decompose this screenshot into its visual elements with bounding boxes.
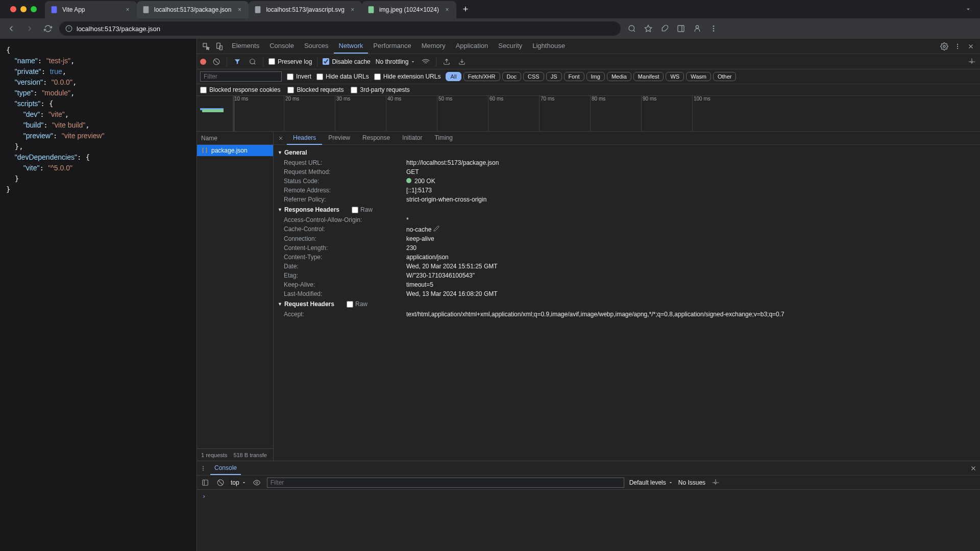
preserve-log-checkbox[interactable]: Preserve log — [268, 58, 312, 65]
devtools-settings-icon[interactable] — [938, 40, 950, 53]
filter-type-doc[interactable]: Doc — [502, 72, 522, 81]
tab-close-icon[interactable]: × — [235, 6, 243, 14]
detail-tab-preview[interactable]: Preview — [322, 132, 356, 145]
invert-checkbox[interactable]: Invert — [287, 73, 311, 80]
devtools-tab-network[interactable]: Network — [334, 39, 369, 54]
devtools-tab-lighthouse[interactable]: Lighthouse — [527, 39, 570, 54]
inspect-element-icon[interactable] — [200, 40, 212, 53]
network-settings-icon[interactable] — [967, 57, 977, 67]
profile-icon[interactable] — [690, 21, 704, 36]
filter-type-js[interactable]: JS — [546, 72, 562, 81]
disable-cache-checkbox[interactable]: Disable cache — [323, 58, 370, 65]
devtools-tab-performance[interactable]: Performance — [368, 39, 416, 54]
tab-close-icon[interactable]: × — [349, 6, 357, 14]
request-row[interactable]: package.json — [197, 145, 273, 156]
search-icon[interactable] — [248, 57, 258, 67]
network-timeline[interactable]: 10 ms20 ms30 ms40 ms50 ms60 ms70 ms80 ms… — [197, 96, 980, 132]
raw-checkbox[interactable]: Raw — [347, 300, 368, 308]
filter-type-img[interactable]: Img — [586, 72, 605, 81]
import-har-icon[interactable] — [442, 57, 452, 67]
filter-type-all[interactable]: All — [446, 72, 461, 81]
console-body[interactable]: › — [197, 490, 980, 551]
site-info-icon[interactable] — [65, 25, 72, 32]
devtools-tab-elements[interactable]: Elements — [227, 39, 264, 54]
window-minimize[interactable] — [20, 6, 27, 12]
side-panel-icon[interactable] — [674, 21, 688, 36]
device-toolbar-icon[interactable] — [213, 40, 226, 53]
edit-icon[interactable] — [433, 226, 439, 232]
browser-tab[interactable]: img.jpeg (1024×1024)× — [362, 1, 456, 18]
console-clear-icon[interactable] — [215, 478, 226, 488]
filter-type-fetch-xhr[interactable]: Fetch/XHR — [463, 72, 500, 81]
tab-close-icon[interactable]: × — [124, 6, 132, 14]
filter-type-font[interactable]: Font — [564, 72, 584, 81]
menu-icon[interactable] — [706, 21, 721, 36]
bookmark-icon[interactable] — [641, 21, 655, 36]
tab-close-icon[interactable]: × — [443, 6, 451, 14]
log-levels-select[interactable]: Default levels — [629, 479, 673, 486]
console-sidebar-icon[interactable] — [200, 478, 210, 488]
tab-favicon — [367, 6, 375, 14]
browser-tab[interactable]: localhost:5173/javascript.svg× — [249, 1, 361, 18]
section-header[interactable]: ▼General — [274, 147, 980, 158]
forward-button[interactable] — [22, 21, 37, 36]
raw-checkbox[interactable]: Raw — [352, 206, 373, 213]
header-row: Remote Address:[::1]:5173 — [274, 186, 980, 195]
issues-label[interactable]: No Issues — [678, 479, 705, 486]
filter-type-wasm[interactable]: Wasm — [686, 72, 711, 81]
filter-icon[interactable] — [232, 57, 242, 67]
devtools-close-icon[interactable] — [965, 40, 977, 53]
filter-input[interactable] — [200, 71, 282, 82]
header-key: Content-Length: — [284, 244, 406, 252]
filter-type-css[interactable]: CSS — [523, 72, 544, 81]
devtools-tab-memory[interactable]: Memory — [416, 39, 451, 54]
tabs-dropdown[interactable] — [961, 6, 976, 13]
console-context-select[interactable]: top — [231, 479, 247, 486]
devtools-tab-application[interactable]: Application — [451, 39, 494, 54]
devtools-tab-security[interactable]: Security — [493, 39, 527, 54]
hide-extension-urls-checkbox[interactable]: Hide extension URLs — [374, 73, 441, 80]
clear-button[interactable] — [211, 57, 222, 67]
blocked-requests-checkbox[interactable]: Blocked requests — [287, 86, 344, 93]
filter-type-other[interactable]: Other — [713, 72, 737, 81]
record-button[interactable] — [200, 59, 206, 65]
live-expression-icon[interactable] — [252, 478, 262, 488]
devtools-tab-console[interactable]: Console — [264, 39, 299, 54]
network-conditions-icon[interactable] — [421, 57, 431, 67]
third-party-checkbox[interactable]: 3rd-party requests — [351, 86, 409, 93]
detail-tab-headers[interactable]: Headers — [287, 132, 322, 145]
console-close-icon[interactable] — [970, 465, 977, 472]
blocked-cookies-checkbox[interactable]: Blocked response cookies — [200, 86, 280, 93]
new-tab-button[interactable]: + — [458, 2, 473, 16]
svg-rect-6 — [678, 26, 684, 32]
address-bar[interactable]: localhost:5173/package.json — [59, 21, 621, 36]
console-filter-input[interactable] — [267, 478, 624, 488]
header-value: strict-origin-when-cross-origin — [406, 196, 976, 203]
section-header[interactable]: ▼Response Headers Raw — [274, 204, 980, 215]
detail-tab-response[interactable]: Response — [356, 132, 396, 145]
browser-tab[interactable]: localhost:5173/package.json× — [137, 1, 249, 18]
console-tab[interactable]: Console — [210, 462, 241, 475]
filter-type-manifest[interactable]: Manifest — [633, 72, 664, 81]
header-key: Keep-Alive: — [284, 281, 406, 288]
window-close[interactable] — [10, 6, 16, 12]
filter-type-ws[interactable]: WS — [666, 72, 684, 81]
browser-tab[interactable]: Vite App× — [45, 1, 137, 18]
devtools-more-icon[interactable] — [951, 40, 964, 53]
zoom-icon[interactable] — [625, 21, 639, 36]
back-button[interactable] — [4, 21, 18, 36]
hide-data-urls-checkbox[interactable]: Hide data URLs — [316, 73, 369, 80]
console-more-icon[interactable] — [200, 465, 206, 471]
reload-button[interactable] — [41, 21, 55, 36]
detail-tab-initiator[interactable]: Initiator — [396, 132, 428, 145]
export-har-icon[interactable] — [457, 57, 467, 67]
console-settings-icon[interactable] — [710, 478, 721, 488]
detail-tab-timing[interactable]: Timing — [428, 132, 459, 145]
devtools-tab-sources[interactable]: Sources — [299, 39, 334, 54]
section-header[interactable]: ▼Request Headers Raw — [274, 298, 980, 310]
filter-type-media[interactable]: Media — [607, 72, 631, 81]
close-detail-icon[interactable] — [276, 133, 286, 143]
throttling-select[interactable]: No throttling — [376, 58, 416, 65]
extensions-icon[interactable] — [657, 21, 672, 36]
window-maximize[interactable] — [31, 6, 37, 12]
